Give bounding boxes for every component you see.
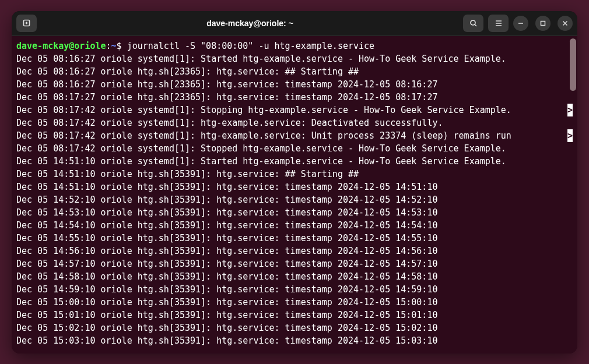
log-line: Dec 05 14:55:10 oriole htg.sh[35391]: ht… [16, 232, 573, 245]
terminal-window: dave-mckay@oriole: ~ [12, 11, 577, 354]
log-line: Dec 05 08:16:27 oriole htg.sh[23365]: ht… [16, 65, 573, 78]
log-line: Dec 05 14:58:10 oriole htg.sh[35391]: ht… [16, 270, 573, 283]
log-line: Dec 05 14:51:10 oriole htg.sh[35391]: ht… [16, 168, 573, 181]
menu-button[interactable] [488, 15, 509, 32]
prompt-user-host: dave-mckay@oriole [16, 41, 106, 51]
log-line: Dec 05 08:17:27 oriole htg.sh[23365]: ht… [16, 91, 573, 104]
svg-point-3 [471, 20, 475, 25]
log-line: Dec 05 14:51:10 oriole htg.sh[35391]: ht… [16, 181, 573, 193]
log-line: Dec 05 08:17:42 oriole systemd[1]: Stopp… [16, 142, 573, 155]
maximize-button[interactable] [535, 16, 551, 31]
log-output: Dec 05 08:16:27 oriole systemd[1]: Start… [16, 52, 573, 347]
svg-line-4 [475, 24, 476, 26]
log-line: Dec 05 14:53:10 oriole htg.sh[35391]: ht… [16, 206, 573, 219]
log-line: Dec 05 14:52:10 oriole htg.sh[35391]: ht… [16, 193, 573, 206]
log-line: Dec 05 14:54:10 oriole htg.sh[35391]: ht… [16, 219, 573, 232]
log-line: Dec 05 08:17:42 oriole systemd[1]: htg-e… [16, 129, 573, 142]
truncation-marker: > [567, 129, 573, 142]
log-line: Dec 05 14:51:10 oriole systemd[1]: Start… [16, 155, 573, 168]
prompt-path: ~ [111, 41, 117, 51]
log-line: Dec 05 15:01:10 oriole htg.sh[35391]: ht… [16, 309, 573, 321]
command-text: journalctl -S "08:00:00" -u htg-example.… [122, 41, 374, 51]
window-title: dave-mckay@oriole: ~ [41, 19, 458, 28]
window-controls [513, 16, 573, 31]
new-tab-button[interactable] [16, 15, 37, 32]
log-line: Dec 05 08:16:27 oriole systemd[1]: Start… [16, 52, 573, 65]
terminal-content[interactable]: dave-mckay@oriole:~$ journalctl -S "08:0… [12, 36, 577, 354]
log-line: Dec 05 08:17:42 oriole systemd[1]: htg-e… [16, 116, 573, 129]
minimize-button[interactable] [513, 16, 528, 31]
log-line: Dec 05 08:17:42 oriole systemd[1]: Stopp… [16, 104, 573, 116]
log-line: Dec 05 14:57:10 oriole htg.sh[35391]: ht… [16, 257, 573, 270]
prompt-colon: : [106, 41, 111, 51]
truncation-marker: > [567, 104, 573, 116]
log-line: Dec 05 15:02:10 oriole htg.sh[35391]: ht… [16, 321, 573, 334]
log-line: Dec 05 14:56:10 oriole htg.sh[35391]: ht… [16, 245, 573, 257]
log-line: Dec 05 08:16:27 oriole htg.sh[23365]: ht… [16, 78, 573, 91]
log-line: Dec 05 15:00:10 oriole htg.sh[35391]: ht… [16, 296, 573, 309]
log-line: Dec 05 15:03:10 oriole htg.sh[35391]: ht… [16, 334, 573, 347]
close-button[interactable] [558, 16, 573, 31]
svg-rect-9 [541, 21, 545, 25]
search-button[interactable] [463, 15, 483, 32]
log-line: Dec 05 14:59:10 oriole htg.sh[35391]: ht… [16, 283, 573, 296]
prompt-line: dave-mckay@oriole:~$ journalctl -S "08:0… [16, 40, 573, 52]
titlebar: dave-mckay@oriole: ~ [12, 11, 577, 36]
prompt-dollar: $ [117, 41, 122, 51]
